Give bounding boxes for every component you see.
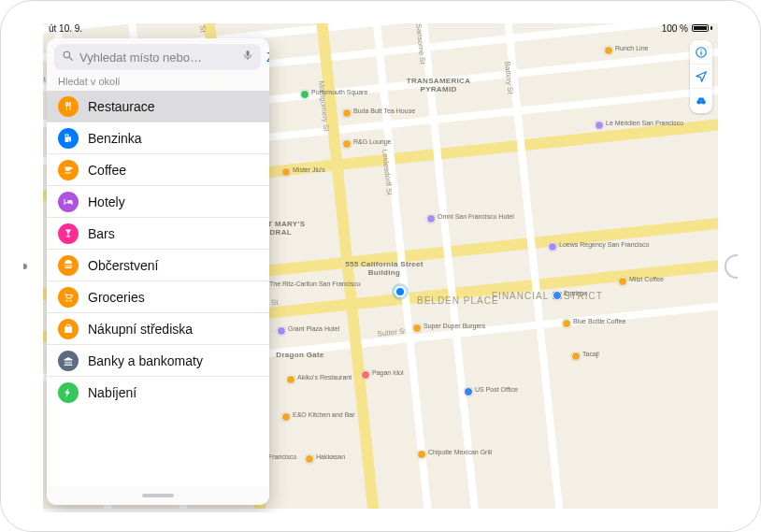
- poi-label: Super Duper Burgers: [424, 323, 485, 329]
- poi-marker[interactable]: [277, 326, 286, 336]
- landmark-label: Dragon Gate: [258, 352, 342, 360]
- category-item[interactable]: Benzinka: [47, 122, 269, 154]
- svg-point-3: [696, 100, 701, 105]
- category-label: Benzinka: [88, 131, 142, 146]
- fuel-icon: [58, 128, 79, 149]
- poi-label: Akiko's Restaurant: [297, 374, 352, 381]
- category-item[interactable]: Restaurace: [47, 91, 269, 122]
- poi-marker[interactable]: [342, 139, 352, 149]
- svg-point-4: [701, 100, 706, 105]
- poi-marker[interactable]: [426, 214, 436, 223]
- section-label: Hledat v okolí: [47, 74, 269, 91]
- category-label: Občerstvení: [88, 258, 158, 273]
- landmark-label: 555 California Street Building: [342, 261, 426, 278]
- poi-label: Loews Regency San Francisco: [559, 241, 650, 248]
- search-input[interactable]: [79, 50, 237, 65]
- svg-rect-1: [700, 50, 701, 54]
- info-button[interactable]: [690, 40, 712, 65]
- ipad-frame: út 10. 9. 100 % Clay StSacramento StCali…: [0, 0, 761, 532]
- bag-icon: [58, 319, 79, 339]
- poi-marker[interactable]: [281, 412, 291, 422]
- category-label: Nákupní střediska: [88, 322, 193, 337]
- poi-label: Mister Jiu's: [293, 166, 325, 173]
- map-controls: [690, 40, 712, 113]
- bank-icon: [58, 351, 79, 371]
- poi-marker[interactable]: [571, 352, 581, 361]
- fork-icon: [58, 96, 79, 117]
- category-label: Hotely: [88, 194, 125, 209]
- status-bar: út 10. 9. 100 %: [43, 20, 718, 36]
- category-label: Bars: [88, 226, 115, 241]
- user-location: [395, 286, 406, 297]
- poi-label: Le Méridien San Francisco: [606, 120, 683, 126]
- category-item[interactable]: Coffee: [47, 154, 269, 186]
- search-card: Zrušit Hledat v okolí RestauraceBenzinka…: [47, 38, 269, 505]
- card-grabber[interactable]: [47, 486, 269, 505]
- category-item[interactable]: Nabíjení: [47, 377, 269, 409]
- poi-label: Omni San Francisco Hotel: [438, 213, 514, 220]
- mic-icon[interactable]: [242, 49, 253, 65]
- poi-marker[interactable]: [305, 454, 314, 464]
- poi-marker[interactable]: [281, 167, 291, 177]
- poi-marker[interactable]: [300, 90, 309, 99]
- home-button[interactable]: [725, 254, 749, 279]
- category-item[interactable]: Nákupní střediska: [47, 313, 269, 345]
- poi-marker[interactable]: [604, 46, 613, 55]
- cart-icon: [58, 287, 79, 308]
- category-item[interactable]: Bars: [47, 218, 269, 250]
- poi-label: Grant Plaza Hotel: [288, 325, 339, 332]
- category-list: RestauraceBenzinkaCoffeeHotelyBarsObčers…: [47, 91, 269, 486]
- status-time: út 10. 9.: [49, 23, 82, 34]
- battery-icon: [692, 24, 712, 32]
- poi-label: US Post Office: [475, 386, 518, 393]
- poi-label: Runch Line: [615, 45, 648, 51]
- screen: út 10. 9. 100 % Clay StSacramento StCali…: [43, 20, 718, 512]
- glass-icon: [58, 223, 79, 244]
- poi-marker[interactable]: [548, 242, 557, 252]
- battery-text: 100 %: [662, 23, 688, 34]
- poi-marker[interactable]: [553, 291, 562, 300]
- cup-icon: [58, 160, 79, 180]
- poi-marker[interactable]: [562, 319, 571, 328]
- poi-label: Buda Butt Tea House: [353, 108, 415, 114]
- poi-marker[interactable]: [595, 121, 604, 130]
- category-label: Banky a bankomaty: [88, 353, 203, 368]
- poi-label: Portsmouth Square: [311, 89, 367, 95]
- svg-line-7: [69, 57, 72, 60]
- category-label: Groceries: [88, 290, 145, 305]
- poi-marker[interactable]: [361, 370, 370, 380]
- binoculars-button[interactable]: [690, 89, 712, 113]
- svg-rect-2: [700, 49, 701, 50]
- poi-label: The Ritz-Carlton San Francisco: [269, 280, 361, 287]
- svg-rect-8: [247, 50, 250, 56]
- poi-marker[interactable]: [286, 375, 295, 384]
- search-box[interactable]: [54, 44, 261, 70]
- poi-label: Mitzi Coffee: [629, 276, 664, 282]
- poi-label: Pagan Idol: [372, 369, 403, 376]
- poi-label: Hakkasan: [316, 453, 345, 460]
- poi-marker[interactable]: [342, 108, 352, 118]
- category-item[interactable]: Groceries: [47, 281, 269, 313]
- poi-marker[interactable]: [417, 450, 426, 459]
- poi-label: E&O Kitchen and Bar: [293, 411, 355, 418]
- locate-button[interactable]: [690, 65, 712, 89]
- poi-label: Equinox: [564, 290, 587, 296]
- landmark-label: TRANSAMERICA PYRAMID: [396, 78, 481, 94]
- poi-label: Chipotle Mexican Grill: [428, 449, 492, 455]
- poi-marker[interactable]: [464, 387, 473, 396]
- category-item[interactable]: Občerstvení: [47, 250, 269, 281]
- category-label: Coffee: [88, 163, 126, 178]
- poi-label: Blue Bottle Coffee: [573, 318, 625, 324]
- front-camera: [22, 264, 27, 269]
- poi-label: Tacaji: [582, 351, 599, 357]
- poi-label: R&G Lounge: [353, 138, 391, 145]
- poi-marker[interactable]: [412, 324, 422, 333]
- svg-point-6: [64, 51, 70, 58]
- cancel-button[interactable]: Zrušit: [266, 50, 269, 65]
- category-item[interactable]: Hotely: [47, 186, 269, 218]
- category-label: Restaurace: [88, 99, 155, 114]
- poi-marker[interactable]: [618, 277, 627, 286]
- category-label: Nabíjení: [88, 385, 136, 400]
- category-item[interactable]: Banky a bankomaty: [47, 345, 269, 377]
- burger-icon: [58, 255, 79, 276]
